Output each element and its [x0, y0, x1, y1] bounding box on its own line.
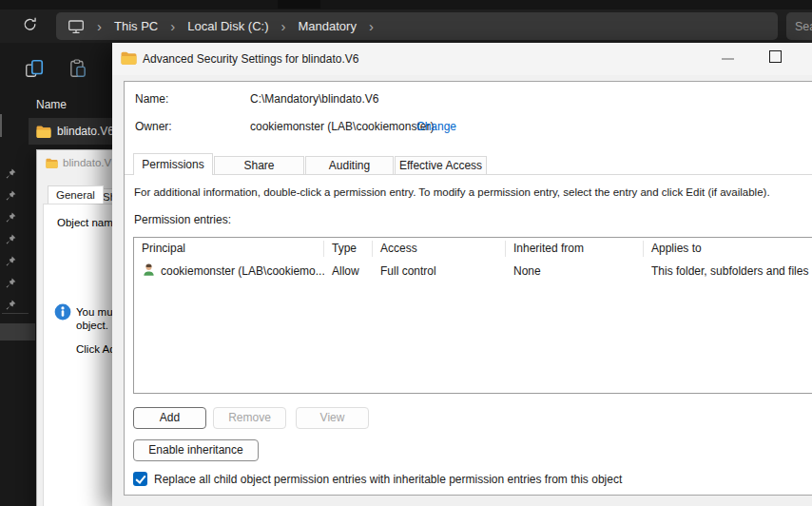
change-owner-link[interactable]: Change — [416, 120, 456, 133]
pin-icon — [4, 299, 17, 312]
properties-dialog: blindato.V General Sha Object name You m… — [36, 149, 113, 506]
add-button[interactable]: Add — [133, 407, 206, 429]
name-column-header[interactable]: Name — [36, 98, 67, 111]
enable-inheritance-button[interactable]: Enable inheritance — [133, 439, 259, 461]
folder-icon — [46, 158, 58, 168]
owner-label: Owner: — [135, 120, 172, 133]
breadcrumb-item-mandatory[interactable]: Mandatory — [296, 19, 358, 33]
properties-info-text: Click Ad — [76, 343, 116, 355]
column-header-type[interactable]: Type — [324, 241, 373, 257]
remove-button[interactable]: Remove — [213, 407, 286, 429]
maximize-icon — [769, 50, 782, 63]
minimize-icon — [722, 58, 734, 60]
paste-button[interactable] — [65, 57, 91, 84]
breadcrumb-item-local-disk[interactable]: Local Disk (C:) — [185, 19, 270, 33]
folder-icon — [121, 51, 137, 68]
sidebar-pin-item[interactable] — [4, 167, 17, 181]
explorer-tab-remnant — [278, 0, 320, 9]
sidebar-pin-item[interactable] — [4, 233, 17, 246]
column-header-principal[interactable]: Principal — [134, 241, 324, 257]
copy-icon — [24, 58, 45, 83]
sidebar-pin-item[interactable] — [4, 189, 17, 203]
advanced-security-dialog: Advanced Security Settings for blindato.… — [112, 43, 812, 506]
permissions-table: Principal Type Access Inherited from App… — [133, 237, 812, 394]
pin-icon — [4, 277, 17, 290]
copy-button[interactable] — [21, 57, 48, 84]
refresh-icon — [22, 16, 38, 36]
pin-icon — [4, 255, 17, 268]
properties-dialog-title: blindato.V — [63, 157, 111, 168]
search-text: Sea — [795, 20, 812, 33]
permission-entry-row[interactable]: cookiemonster (LAB\cookiemo... Allow Ful… — [134, 260, 812, 282]
replace-permissions-checkbox-label[interactable]: Replace all child object permission entr… — [154, 473, 622, 486]
sidebar-pin-item[interactable] — [4, 299, 17, 312]
table-header-row: Principal Type Access Inherited from App… — [134, 238, 812, 260]
breadcrumb-chevron-icon: › — [160, 19, 185, 33]
folder-icon — [36, 126, 51, 138]
view-button[interactable]: View — [296, 407, 369, 429]
properties-tab-general[interactable]: General — [48, 185, 104, 204]
search-box[interactable]: Sea — [786, 12, 812, 40]
properties-tab-page: Object name You mus object. Click Ad — [43, 204, 116, 506]
pin-icon — [4, 211, 17, 224]
maximize-button[interactable] — [763, 45, 787, 68]
cell-access: Full control — [373, 264, 506, 278]
tab-effective-access[interactable]: Effective Access — [395, 156, 487, 174]
breadcrumb-chevron-icon: › — [358, 19, 384, 33]
properties-dialog-titlebar: blindato.V — [46, 157, 112, 168]
this-pc-monitor-icon — [68, 18, 85, 35]
tab-strip-line — [125, 174, 812, 175]
column-header-applies-to[interactable]: Applies to — [644, 241, 812, 257]
explorer-titlebar-strip — [0, 0, 812, 10]
refresh-button[interactable] — [18, 14, 41, 37]
user-icon — [142, 263, 156, 280]
file-name: blindato.V6 — [57, 125, 112, 138]
column-header-inherited-from[interactable]: Inherited from — [506, 241, 644, 257]
cell-principal: cookiemonster (LAB\cookiemo... — [161, 264, 324, 278]
address-bar[interactable]: › This PC › Local Disk (C:) › Mandatory … — [56, 12, 778, 40]
object-name-label: Object name — [57, 217, 119, 228]
cell-inherited-from: None — [506, 264, 644, 278]
cell-type: Allow — [324, 264, 373, 278]
column-header-access[interactable]: Access — [373, 241, 506, 257]
tab-auditing[interactable]: Auditing — [305, 156, 394, 174]
tab-share[interactable]: Share — [214, 156, 304, 174]
dialog-content-panel: Name: C:\Mandatory\blindato.V6 Owner: co… — [124, 81, 812, 496]
paste-icon — [68, 58, 88, 83]
file-row-blindato[interactable]: blindato.V6 — [29, 118, 112, 145]
properties-info-text: object. — [76, 320, 108, 331]
info-icon — [54, 303, 71, 324]
owner-value: cookiemonster (LAB\cookiemonster) — [250, 120, 434, 133]
replace-permissions-checkbox[interactable] — [133, 472, 147, 486]
permission-entries-label: Permission entries: — [134, 213, 231, 226]
instructions-text: For additional information, double-click… — [134, 186, 770, 198]
tab-permissions[interactable]: Permissions — [133, 153, 213, 175]
breadcrumb-chevron-icon: › — [270, 19, 296, 33]
name-label: Name: — [135, 92, 168, 106]
sidebar-pin-item[interactable] — [4, 277, 17, 290]
sidebar-pin-item[interactable] — [4, 211, 17, 224]
sidebar-selected-item[interactable] — [0, 323, 35, 341]
breadcrumb-item-this-pc[interactable]: This PC — [112, 19, 160, 33]
sidebar-divider — [2, 313, 29, 314]
nav-scrollbar-thumb[interactable] — [0, 114, 2, 137]
sidebar-pin-item[interactable] — [4, 255, 17, 268]
name-value: C:\Mandatory\blindato.V6 — [250, 92, 378, 106]
pin-icon — [4, 233, 17, 246]
dialog-title: Advanced Security Settings for blindato.… — [143, 52, 358, 66]
minimize-button[interactable] — [715, 49, 740, 69]
pin-icon — [4, 189, 17, 203]
pin-icon — [4, 167, 17, 181]
breadcrumb-chevron-icon: › — [87, 19, 112, 33]
cell-applies-to: This folder, subfolders and files — [644, 264, 812, 278]
